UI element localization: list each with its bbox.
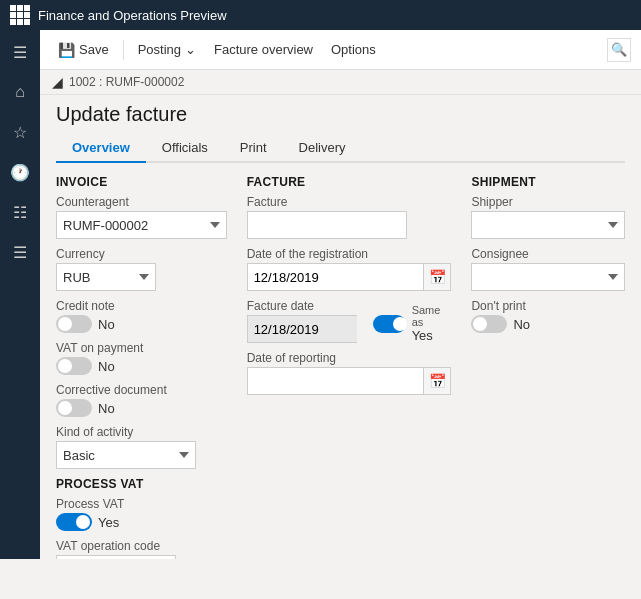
tab-print[interactable]: Print <box>224 134 283 163</box>
corrective-doc-label: Corrective document <box>56 383 227 397</box>
filter-bar: ◢ 1002 : RUMF-000002 <box>40 70 641 95</box>
tab-delivery[interactable]: Delivery <box>283 134 362 163</box>
date-reporting-input[interactable] <box>247 367 424 395</box>
posting-button[interactable]: Posting ⌄ <box>130 38 204 61</box>
toolbar-separator <box>123 40 124 60</box>
consignee-field: Consignee <box>471 247 625 291</box>
left-nav: ☰ ⌂ ☆ 🕐 ☷ ☰ <box>0 30 40 559</box>
tab-overview[interactable]: Overview <box>56 134 146 163</box>
form-area: INVOICE Counteragent RUMF-000002 Currenc… <box>56 175 625 559</box>
kind-of-activity-select[interactable]: Basic <box>56 441 196 469</box>
date-registration-date: 📅 <box>247 263 452 291</box>
recent-icon[interactable]: 🕐 <box>2 154 38 190</box>
process-vat-value: Yes <box>98 515 119 530</box>
corrective-doc-toggle-row: No <box>56 399 227 417</box>
consignee-select[interactable] <box>471 263 625 291</box>
process-vat-section-title: PROCESS VAT <box>56 477 227 491</box>
toolbar: 💾 Save Posting ⌄ Facture overview Option… <box>40 30 641 70</box>
counteragent-field: Counteragent RUMF-000002 <box>56 195 227 239</box>
kind-of-activity-field: Kind of activity Basic <box>56 425 227 469</box>
shipment-column: SHIPMENT Shipper Consignee <box>471 175 625 559</box>
same-as-label: Same as <box>412 304 452 328</box>
date-reporting-field: Date of reporting 📅 <box>247 351 452 395</box>
date-registration-label: Date of the registration <box>247 247 452 261</box>
hamburger-menu[interactable]: ☰ <box>2 34 38 70</box>
shipper-select[interactable] <box>471 211 625 239</box>
date-registration-field: Date of the registration 📅 <box>247 247 452 291</box>
vat-operation-code-field: VAT operation code НДС <box>56 539 227 559</box>
dont-print-toggle-row: No <box>471 315 625 333</box>
breadcrumb: 1002 : RUMF-000002 <box>69 75 184 89</box>
page-section: Update facture Overview Officials Print … <box>40 95 641 559</box>
process-vat-field: Process VAT Yes <box>56 497 227 531</box>
vat-on-payment-value: No <box>98 359 115 374</box>
title-bar: Finance and Operations Preview <box>0 0 641 30</box>
dont-print-label: Don't print <box>471 299 625 313</box>
credit-note-label: Credit note <box>56 299 227 313</box>
app-title: Finance and Operations Preview <box>38 8 227 23</box>
dont-print-field: Don't print No <box>471 299 625 333</box>
date-reporting-cal-button[interactable]: 📅 <box>423 367 451 395</box>
options-button[interactable]: Options <box>323 38 384 61</box>
vat-operation-code-label: VAT operation code <box>56 539 227 553</box>
process-vat-toggle-row: Yes <box>56 513 227 531</box>
facture-column: FACTURE Facture Date of the registration… <box>247 175 452 559</box>
kind-of-activity-label: Kind of activity <box>56 425 227 439</box>
filter-icon[interactable]: ◢ <box>52 74 63 90</box>
same-as-label-group: Same as Yes <box>412 304 452 343</box>
tab-officials[interactable]: Officials <box>146 134 224 163</box>
save-icon: 💾 <box>58 42 75 58</box>
facture-label: Facture <box>247 195 452 209</box>
page-title: Update facture <box>56 103 625 126</box>
facture-date-field: Facture date Same as Yes <box>247 299 452 343</box>
date-registration-input[interactable] <box>247 263 424 291</box>
posting-chevron: ⌄ <box>185 42 196 57</box>
date-reporting-label: Date of reporting <box>247 351 452 365</box>
save-button[interactable]: 💾 Save <box>50 38 117 62</box>
dont-print-toggle[interactable] <box>471 315 507 333</box>
corrective-doc-value: No <box>98 401 115 416</box>
shipper-label: Shipper <box>471 195 625 209</box>
vat-on-payment-label: VAT on payment <box>56 341 227 355</box>
top-tabs: Overview Officials Print Delivery <box>56 134 625 163</box>
same-as-toggle[interactable] <box>373 315 406 333</box>
facture-input[interactable] <box>247 211 407 239</box>
currency-select[interactable]: RUB <box>56 263 156 291</box>
facture-section-title: FACTURE <box>247 175 452 189</box>
date-registration-cal-button[interactable]: 📅 <box>423 263 451 291</box>
facture-date-group: Facture date <box>247 299 357 343</box>
facture-overview-button[interactable]: Facture overview <box>206 38 321 61</box>
facture-date-label: Facture date <box>247 299 357 313</box>
corrective-doc-toggle[interactable] <box>56 399 92 417</box>
home-icon[interactable]: ⌂ <box>2 74 38 110</box>
credit-note-toggle[interactable] <box>56 315 92 333</box>
counteragent-label: Counteragent <box>56 195 227 209</box>
counteragent-select[interactable]: RUMF-000002 <box>56 211 227 239</box>
vat-on-payment-toggle-row: No <box>56 357 227 375</box>
main-content: 💾 Save Posting ⌄ Facture overview Option… <box>40 30 641 559</box>
vat-operation-code-select[interactable]: НДС <box>56 555 176 559</box>
vat-on-payment-field: VAT on payment No <box>56 341 227 375</box>
dont-print-value: No <box>513 317 530 332</box>
currency-field: Currency RUB <box>56 247 227 291</box>
process-vat-label: Process VAT <box>56 497 227 511</box>
facture-date-picker <box>247 315 357 343</box>
search-box[interactable]: 🔍 <box>607 38 631 62</box>
shipment-section-title: SHIPMENT <box>471 175 625 189</box>
vat-on-payment-toggle[interactable] <box>56 357 92 375</box>
consignee-label: Consignee <box>471 247 625 261</box>
star-icon[interactable]: ☆ <box>2 114 38 150</box>
credit-note-toggle-row: No <box>56 315 227 333</box>
credit-note-value: No <box>98 317 115 332</box>
shipper-field: Shipper <box>471 195 625 239</box>
process-vat-toggle[interactable] <box>56 513 92 531</box>
currency-label: Currency <box>56 247 227 261</box>
date-reporting-picker: 📅 <box>247 367 452 395</box>
workspace-icon[interactable]: ☷ <box>2 194 38 230</box>
list-icon[interactable]: ☰ <box>2 234 38 270</box>
facture-date-input[interactable] <box>247 315 357 343</box>
app-icon <box>10 5 30 25</box>
corrective-doc-field: Corrective document No <box>56 383 227 417</box>
same-as-value: Yes <box>412 328 433 343</box>
facture-field: Facture <box>247 195 452 239</box>
